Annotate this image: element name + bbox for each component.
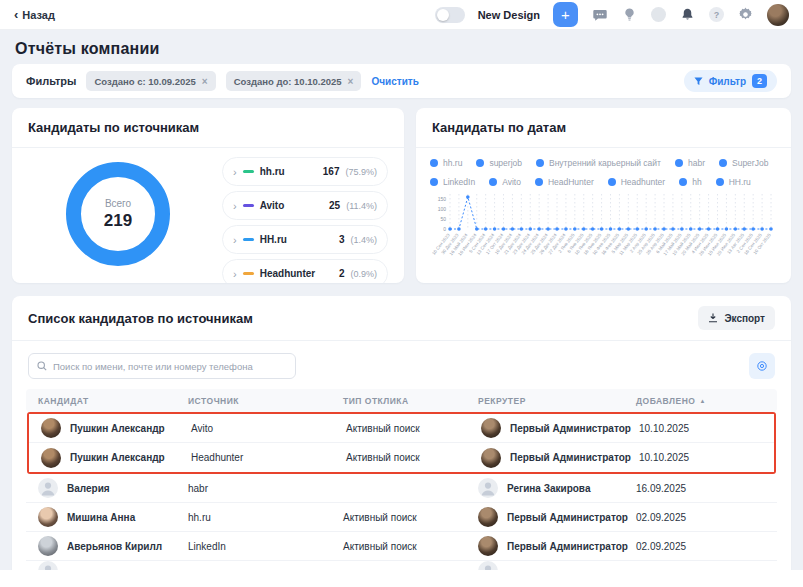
- source-name: hh.ru: [260, 166, 285, 177]
- help-icon[interactable]: ?: [709, 7, 724, 22]
- chat-icon[interactable]: [591, 6, 608, 23]
- legend-dot-icon: [719, 159, 727, 167]
- bell-icon[interactable]: [679, 6, 696, 23]
- filters-label: Фильтры: [26, 75, 76, 87]
- source-percent: (1.4%): [350, 235, 377, 245]
- search-input[interactable]: [53, 361, 287, 372]
- filter-chip-created-from: Создано с: 10.09.2025 ×: [86, 71, 215, 91]
- gear-icon[interactable]: [737, 6, 754, 23]
- avatar: [41, 418, 61, 438]
- source-percent: (11.4%): [346, 201, 377, 211]
- search-box: [28, 353, 296, 379]
- svg-text:150: 150: [438, 196, 447, 202]
- add-button[interactable]: +: [553, 2, 578, 27]
- table-settings-button[interactable]: [749, 353, 775, 379]
- dates-card-title: Кандидаты по датам: [432, 120, 566, 135]
- table-header-row: КАНДИДАТИСТОЧНИКТИП ОТКЛИКАРЕКРУТЕРДОБАВ…: [26, 389, 777, 412]
- legend-label: Headhunter: [621, 177, 665, 187]
- legend-label: HH.ru: [729, 177, 751, 187]
- dates-legend-item[interactable]: Headhunter: [608, 177, 665, 187]
- source-cell: habr: [188, 483, 343, 494]
- dates-legend-item[interactable]: LinkedIn: [430, 177, 475, 187]
- candidate-name: Валерия: [67, 483, 110, 494]
- source-legend-row[interactable]: ›HH.ru3(1.4%): [222, 225, 388, 254]
- column-header-кандидат[interactable]: КАНДИДАТ: [38, 396, 188, 406]
- chevron-right-icon: ›: [233, 200, 237, 212]
- avatar-placeholder: [478, 478, 498, 498]
- dates-legend-item[interactable]: HH.ru: [716, 177, 751, 187]
- back-button[interactable]: ‹ Назад: [14, 8, 55, 21]
- added-date-cell: 10.10.2025: [639, 452, 762, 463]
- sources-card-title: Кандидаты по источникам: [28, 120, 199, 135]
- table-card-title: Список кандидатов по источникам: [28, 311, 253, 326]
- new-design-toggle[interactable]: [435, 7, 465, 23]
- column-header-источник[interactable]: ИСТОЧНИК: [188, 396, 343, 406]
- user-avatar[interactable]: [767, 4, 789, 26]
- dates-legend-item[interactable]: Внутренний карьерный сайт: [536, 158, 661, 168]
- dates-legend-item[interactable]: hh: [679, 177, 701, 187]
- candidates-table-card: Список кандидатов по источникам Экспорт …: [12, 296, 791, 587]
- avatar: [38, 507, 58, 527]
- chevron-right-icon: ›: [233, 234, 237, 246]
- donut-center: Всего 219: [66, 162, 170, 266]
- column-header-тип-отклика[interactable]: ТИП ОТКЛИКА: [343, 396, 478, 406]
- legend-dot-icon: [679, 178, 687, 186]
- close-icon[interactable]: ×: [202, 76, 208, 87]
- recruiter-name: Регина Закирова: [507, 483, 590, 494]
- line-chart: 05010015010 Сен 202330 Дек 202316 Май 20…: [430, 191, 777, 265]
- column-header-рекрутер[interactable]: РЕКРУТЕР: [478, 396, 636, 406]
- table-row[interactable]: Аверьянов КириллLinkedInАктивный поискПе…: [26, 532, 777, 561]
- filter-bar: Фильтры Создано с: 10.09.2025 × Создано …: [12, 64, 791, 98]
- search-icon: [37, 361, 47, 371]
- status-circle-icon[interactable]: [651, 7, 666, 22]
- legend-label: superjob: [489, 158, 522, 168]
- added-date-cell: 02.09.2025: [636, 541, 765, 552]
- dates-legend-item[interactable]: hh.ru: [430, 158, 462, 168]
- response-type-cell: Активный поиск: [343, 512, 478, 523]
- dates-legend-item[interactable]: SuperJob: [719, 158, 768, 168]
- response-type-cell: Активный поиск: [343, 541, 478, 552]
- legend-dot-icon: [675, 159, 683, 167]
- table-body: Пушкин АлександрAvitoАктивный поискПервы…: [26, 412, 777, 575]
- source-legend-row[interactable]: ›Headhunter2(0.9%): [222, 259, 388, 283]
- dates-legend-item[interactable]: HeadHunter: [535, 177, 594, 187]
- filter-button[interactable]: Фильтр 2: [684, 70, 777, 92]
- candidate-cell: Пушкин Александр: [41, 448, 191, 468]
- clear-filters-link[interactable]: Очистить: [371, 76, 418, 87]
- legend-label: Внутренний карьерный сайт: [549, 158, 661, 168]
- download-icon: [708, 313, 718, 323]
- legend-label: habr: [688, 158, 705, 168]
- avatar: [38, 536, 58, 556]
- added-date-cell: 16.09.2025: [636, 483, 765, 494]
- recruiter-cell: Первый Администратор: [481, 418, 639, 438]
- lightbulb-icon[interactable]: [621, 6, 638, 23]
- source-percent: (75.9%): [345, 167, 377, 177]
- table-row[interactable]: Пушкин АлександрAvitoАктивный поискПервы…: [29, 414, 774, 443]
- source-percent: (0.9%): [350, 269, 377, 279]
- dates-legend-item[interactable]: superjob: [476, 158, 522, 168]
- response-type-cell: Активный поиск: [346, 452, 481, 463]
- top-bar: ‹ Назад New Design + ?: [0, 0, 803, 30]
- dates-legend-item[interactable]: habr: [675, 158, 705, 168]
- funnel-icon: [694, 77, 703, 86]
- new-design-label: New Design: [478, 9, 540, 21]
- source-legend-row[interactable]: ›Avito25(11.4%): [222, 191, 388, 220]
- page-title: Отчёты компании: [15, 40, 160, 58]
- table-row[interactable]: Мишина Аннаhh.ruАктивный поискПервый Адм…: [26, 503, 777, 532]
- avatar: [481, 418, 501, 438]
- export-button[interactable]: Экспорт: [698, 306, 775, 330]
- table-row[interactable]: Пушкин АлександрHeadhunterАктивный поиск…: [29, 443, 774, 472]
- filter-button-label: Фильтр: [709, 76, 746, 87]
- added-date-cell: 10.10.2025: [639, 423, 762, 434]
- source-legend-row[interactable]: ›hh.ru167(75.9%): [222, 157, 388, 186]
- candidates-by-sources-card: Кандидаты по источникам Всего 219 ›hh.ru…: [12, 108, 404, 283]
- recruiter-cell: Первый Администратор: [478, 536, 636, 556]
- table-row[interactable]: ВалерияhabrРегина Закирова16.09.2025: [26, 474, 777, 503]
- legend-dot-icon: [476, 159, 484, 167]
- close-icon[interactable]: ×: [348, 76, 354, 87]
- recruiter-name: Первый Администратор: [507, 512, 628, 523]
- dates-legend-item[interactable]: Avito: [489, 177, 521, 187]
- column-header-добавлено[interactable]: ДОБАВЛЕНО▲: [636, 396, 765, 406]
- person-silhouette-icon: [478, 478, 498, 498]
- legend-label: LinkedIn: [443, 177, 475, 187]
